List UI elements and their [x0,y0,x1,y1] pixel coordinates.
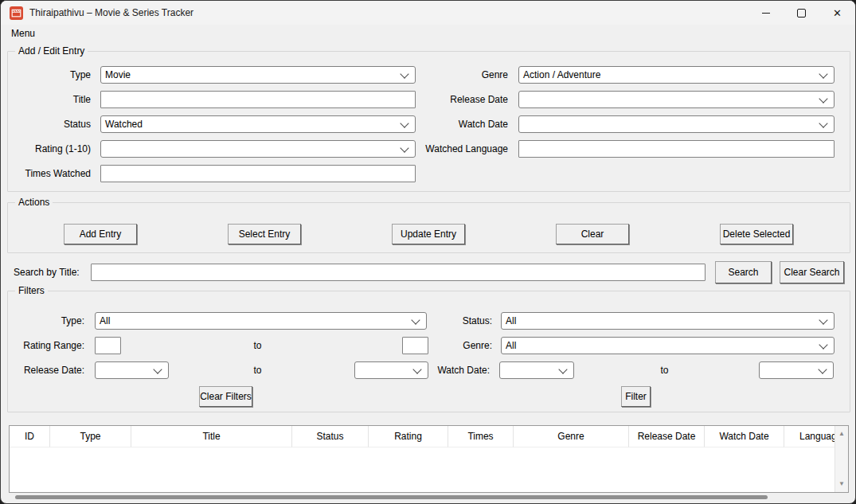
watch-to-combobox[interactable] [759,361,834,379]
clear-button[interactable]: Clear [556,224,629,244]
chevron-down-icon [819,315,827,324]
chevron-down-icon [819,340,827,349]
chevron-down-icon [819,119,827,127]
filter-genre-label: Genre: [383,337,492,354]
window-title: Thiraipathivu – Movie & Series Tracker [29,1,193,25]
column-header-type[interactable]: Type [50,426,131,447]
add-edit-legend: Add / Edit Entry [15,45,88,57]
release-to-word: to [240,361,276,379]
column-header-watch-date[interactable]: Watch Date [705,426,784,447]
watch-date-label: Watch Date [359,115,508,133]
column-header-release-date[interactable]: Release Date [629,426,705,447]
watched-language-label: Watched Language [359,140,508,158]
release-date-label: Release Date [359,91,508,108]
update-entry-button[interactable]: Update Entry [392,224,465,244]
genre-combobox[interactable]: Action / Adventure [518,66,835,84]
delete-selected-button[interactable]: Delete Selected [720,224,793,244]
clear-search-button[interactable]: Clear Search [780,261,844,283]
status-label: Status [14,115,91,133]
times-watched-field[interactable] [100,165,416,182]
watch-to-word: to [647,361,682,379]
column-header-genre[interactable]: Genre [514,426,629,447]
chevron-down-icon [819,94,827,103]
times-watched-label: Times Watched [14,165,91,182]
filter-watch-date-label: Watch Date: [399,361,490,379]
release-from-combobox[interactable] [95,361,169,379]
filter-release-date-label: Release Date: [9,361,84,379]
rating-to-word: to [240,337,276,354]
release-date-combobox[interactable] [518,91,835,108]
filters-legend: Filters [15,285,48,296]
column-header-id[interactable]: ID [10,426,50,447]
filter-type-combobox[interactable]: All [95,312,427,330]
filter-status-label: Status: [383,312,492,330]
scroll-up-icon[interactable]: ▲ [835,428,848,440]
watched-language-field[interactable] [518,140,835,158]
maximize-button[interactable] [784,1,819,25]
close-button[interactable]: ✕ [819,1,855,25]
search-button[interactable]: Search [715,261,772,283]
filter-status-value: All [506,313,516,329]
rating-range-label: Rating Range: [9,337,84,354]
genre-label: Genre [359,66,508,84]
close-icon: ✕ [833,8,842,18]
app-window: Thiraipathivu – Movie & Series Tracker ✕… [0,0,856,504]
results-table[interactable]: ID Type Title Status Rating Times Genre … [9,425,849,493]
watch-date-combobox[interactable] [518,115,835,133]
filter-genre-combobox[interactable]: All [501,337,835,354]
minimize-button[interactable] [748,1,784,25]
actions-legend: Actions [15,197,53,208]
clapperboard-icon [10,6,23,20]
filter-type-label: Type: [9,312,84,330]
chevron-down-icon [818,365,827,373]
add-entry-button[interactable]: Add Entry [64,224,137,244]
chevron-down-icon [819,69,827,78]
scroll-down-icon[interactable]: ▼ [835,479,848,490]
title-bar[interactable]: Thiraipathivu – Movie & Series Tracker ✕ [1,1,855,25]
search-by-title-label: Search by Title: [14,264,80,281]
column-header-times[interactable]: Times [448,426,514,447]
menu-bar: Menu [1,25,855,43]
maximize-icon [797,9,806,18]
genre-value: Action / Adventure [523,67,600,83]
rating-from-field[interactable] [95,337,121,354]
type-label: Type [14,66,91,84]
horizontal-scrollbar-thumb[interactable] [15,495,768,499]
column-header-rating[interactable]: Rating [369,426,448,447]
rating-label: Rating (1-10) [14,140,91,158]
column-header-language[interactable]: Language [784,426,835,447]
filter-genre-value: All [506,338,516,354]
column-header-status[interactable]: Status [292,426,369,447]
chevron-down-icon [558,365,567,373]
vertical-scrollbar[interactable]: ▲ ▼ [835,426,848,492]
minimize-icon [762,13,770,14]
table-header-row: ID Type Title Status Rating Times Genre … [10,426,835,447]
column-header-title[interactable]: Title [131,426,292,447]
status-value: Watched [105,116,143,132]
filter-button[interactable]: Filter [621,386,651,407]
search-input[interactable] [91,264,706,281]
filter-type-value: All [100,313,110,329]
select-entry-button[interactable]: Select Entry [228,224,301,244]
filter-status-combobox[interactable]: All [501,312,835,330]
menu-item-menu[interactable]: Menu [6,25,40,42]
watch-from-combobox[interactable] [499,361,574,379]
chevron-down-icon [153,365,162,373]
title-label: Title [14,91,91,108]
clear-filters-button[interactable]: Clear Filters [199,386,252,407]
type-value: Movie [105,67,131,83]
